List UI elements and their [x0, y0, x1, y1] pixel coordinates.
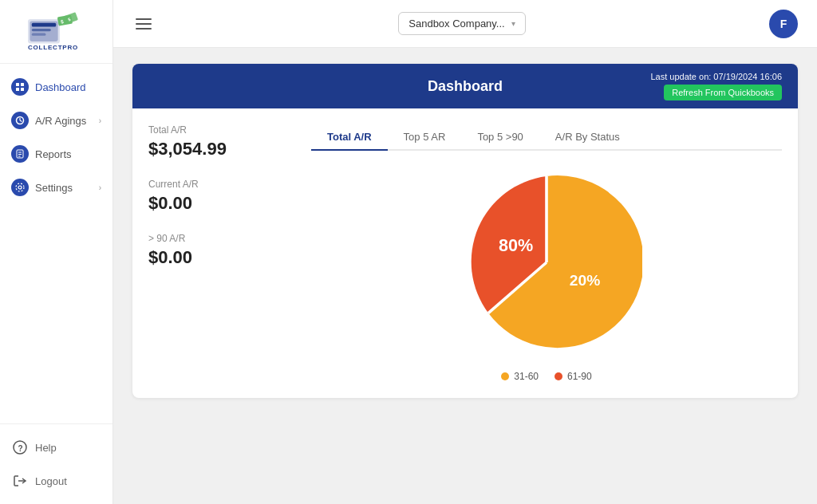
logo-area: $ $ COLLECTPRO — [0, 0, 112, 64]
chevron-right-icon: › — [99, 183, 101, 192]
metrics-column: Total A/R $3,054.99 Current A/R $0.00 > … — [148, 124, 292, 382]
svg-text:80%: 80% — [499, 235, 533, 255]
svg-point-21 — [18, 186, 22, 189]
sidebar-item-help[interactable]: ? Help — [0, 431, 112, 464]
sidebar-item-label: Reports — [35, 148, 72, 160]
last-update-text: Last update on: 07/19/2024 16:06 — [650, 72, 782, 81]
dashboard-header: Dashboard Last update on: 07/19/2024 16:… — [132, 64, 798, 108]
chart-legend: 31-60 61-90 — [501, 371, 591, 382]
collectpro-logo: $ $ COLLECTPRO — [25, 11, 89, 53]
sidebar-item-label: Logout — [35, 475, 67, 487]
metric-current-ar: Current A/R $0.00 — [148, 179, 292, 214]
settings-icon — [11, 179, 29, 196]
legend-label-31-60: 31-60 — [514, 371, 539, 382]
sidebar-item-settings[interactable]: Settings › — [0, 171, 112, 204]
hamburger-line — [136, 23, 152, 25]
company-name: Sandbox Company... — [408, 18, 504, 30]
chevron-right-icon: › — [99, 116, 101, 125]
metric-label: Current A/R — [148, 179, 292, 190]
svg-line-16 — [20, 120, 22, 122]
metric-value: $0.00 — [148, 193, 292, 214]
content-area: Dashboard Last update on: 07/19/2024 16:… — [113, 48, 817, 504]
hamburger-line — [136, 28, 152, 30]
sidebar-item-reports[interactable]: Reports — [0, 137, 112, 171]
legend-dot-61-90 — [555, 372, 562, 380]
sidebar-bottom: ? Help Logout — [0, 423, 112, 504]
user-initial: F — [780, 18, 787, 30]
metric-total-ar: Total A/R $3,054.99 — [148, 124, 292, 159]
svg-rect-12 — [16, 88, 19, 91]
dashboard-title: Dashboard — [360, 78, 571, 95]
legend-label-61-90: 61-90 — [567, 371, 592, 382]
svg-rect-13 — [21, 88, 24, 91]
svg-text:?: ? — [18, 444, 23, 453]
ar-agings-icon — [11, 112, 29, 129]
sidebar-item-label: A/R Agings — [35, 115, 86, 127]
pie-svg: 80% 20% — [451, 167, 642, 358]
legend-item-31-60: 31-60 — [501, 371, 539, 382]
sidebar-item-ar-agings[interactable]: A/R Agings › — [0, 104, 112, 137]
sidebar-item-dashboard[interactable]: Dashboard — [0, 70, 112, 104]
metric-value: $3,054.99 — [148, 139, 292, 159]
sidebar-item-logout[interactable]: Logout — [0, 464, 112, 498]
sidebar-item-label: Settings — [35, 182, 73, 194]
dashboard-icon — [11, 78, 29, 96]
metric-label: Total A/R — [148, 124, 292, 136]
pie-chart: 80% 20% — [451, 167, 642, 358]
chevron-down-icon: ▾ — [511, 19, 515, 28]
svg-rect-11 — [21, 83, 24, 86]
chart-column: Total A/R Top 5 AR Top 5 >90 A/R By Stat… — [311, 124, 782, 382]
tab-top5-ar[interactable]: Top 5 AR — [388, 124, 462, 151]
company-selector[interactable]: Sandbox Company... ▾ — [398, 12, 525, 35]
dashboard-body: Total A/R $3,054.99 Current A/R $0.00 > … — [132, 108, 798, 398]
svg-rect-10 — [16, 83, 19, 86]
dashboard-card: Dashboard Last update on: 07/19/2024 16:… — [132, 64, 798, 398]
sidebar: $ $ COLLECTPRO Dashboard A/R Agings › Re… — [0, 0, 113, 504]
reports-icon — [11, 145, 29, 163]
logout-icon — [11, 472, 29, 490]
help-icon: ? — [11, 439, 29, 456]
topbar: Sandbox Company... ▾ F — [113, 0, 817, 48]
svg-rect-2 — [31, 22, 55, 26]
chart-area: 80% 20% 31-60 61-90 — [311, 167, 782, 382]
svg-rect-3 — [31, 29, 50, 31]
sidebar-item-label: Dashboard — [35, 81, 86, 93]
svg-rect-4 — [31, 33, 45, 35]
metric-90-ar: > 90 A/R $0.00 — [148, 233, 292, 268]
svg-point-22 — [16, 183, 24, 191]
svg-text:20%: 20% — [570, 272, 600, 289]
metric-label: > 90 A/R — [148, 233, 292, 244]
svg-text:COLLECTPRO: COLLECTPRO — [28, 43, 78, 50]
last-update-area: Last update on: 07/19/2024 16:06 Refresh… — [570, 72, 782, 100]
tab-ar-by-status[interactable]: A/R By Status — [539, 124, 636, 151]
hamburger-button[interactable] — [132, 15, 155, 33]
legend-dot-31-60 — [501, 372, 509, 380]
user-avatar[interactable]: F — [769, 10, 798, 38]
tabs-row: Total A/R Top 5 AR Top 5 >90 A/R By Stat… — [311, 124, 782, 151]
sidebar-nav: Dashboard A/R Agings › Reports Settings … — [0, 64, 112, 423]
tab-top5-90[interactable]: Top 5 >90 — [461, 124, 539, 151]
sidebar-item-label: Help — [35, 442, 57, 454]
legend-item-61-90: 61-90 — [555, 371, 592, 382]
refresh-quickbooks-button[interactable]: Refresh From Quickbooks — [664, 85, 782, 100]
svg-rect-7 — [63, 12, 78, 24]
tab-total-ar[interactable]: Total A/R — [311, 124, 388, 151]
metric-value: $0.00 — [148, 247, 292, 268]
main-area: Sandbox Company... ▾ F Dashboard Last up… — [113, 0, 817, 504]
hamburger-line — [136, 18, 152, 20]
